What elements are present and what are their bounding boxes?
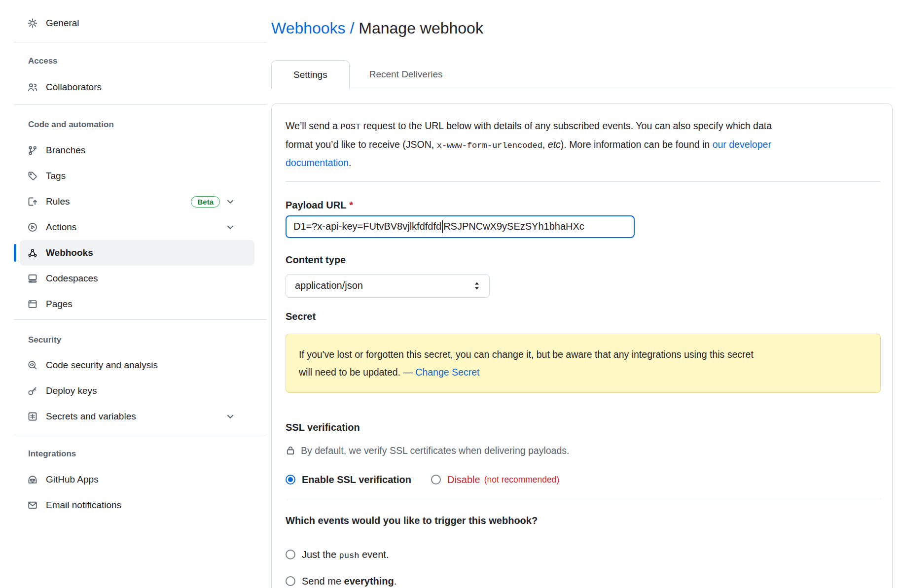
- sidebar-item-label: GitHub Apps: [46, 474, 99, 485]
- ssl-radio-group: Enable SSL verification Disable (not rec…: [286, 474, 880, 485]
- sidebar-divider: [14, 104, 267, 105]
- people-icon: [28, 82, 37, 92]
- text-caret: [442, 220, 443, 233]
- sidebar-item-secrets-variables[interactable]: Secrets and variables: [20, 404, 254, 429]
- sidebar-item-collaborators[interactable]: Collaborators: [20, 74, 254, 100]
- urlencoded-code: x-www-form-urlencoded: [437, 141, 542, 150]
- sidebar-item-github-apps[interactable]: GitHub Apps: [20, 467, 254, 492]
- sidebar-item-actions[interactable]: Actions: [20, 214, 254, 240]
- section-divider: [286, 499, 880, 499]
- intro-text: We’ll send a POST request to the URL bel…: [286, 117, 880, 172]
- sidebar-item-label: Email notifications: [46, 500, 121, 511]
- main-content: Webhooks / Manage webhook Settings Recen…: [271, 0, 896, 588]
- payload-url-label: Payload URL*: [286, 200, 880, 210]
- page-title-text: Manage webhook: [354, 19, 483, 37]
- just-push-radio[interactable]: [286, 550, 295, 559]
- ssl-note: By default, we verify SSL certificates w…: [286, 445, 880, 456]
- enable-ssl-label[interactable]: Enable SSL verification: [302, 474, 411, 485]
- tab-settings[interactable]: Settings: [271, 60, 350, 89]
- sidebar-item-label: Collaborators: [46, 82, 102, 93]
- sidebar-item-pages[interactable]: Pages: [20, 291, 254, 317]
- send-everything-label[interactable]: Send me everything.: [302, 576, 396, 587]
- sidebar-item-label: Deploy keys: [46, 385, 97, 396]
- chevron-down-icon[interactable]: [226, 412, 235, 421]
- sidebar-item-codespaces[interactable]: Codespaces: [20, 266, 254, 291]
- sidebar-item-label: Tags: [46, 171, 66, 181]
- content-type-select[interactable]: application/json: [286, 274, 490, 298]
- chevron-down-icon[interactable]: [226, 197, 235, 206]
- sidebar-item-webhooks[interactable]: Webhooks: [20, 240, 254, 266]
- codespaces-icon: [28, 274, 37, 283]
- tabnav: Settings Recent Deliveries: [271, 60, 896, 89]
- sidebar-item-label: Pages: [46, 299, 72, 310]
- key-icon: [28, 386, 37, 396]
- updown-arrows-icon: [473, 281, 480, 290]
- sidebar-item-general[interactable]: General: [20, 10, 254, 36]
- sidebar-item-label: Webhooks: [46, 247, 93, 258]
- tab-recent-deliveries[interactable]: Recent Deliveries: [350, 60, 463, 89]
- disable-ssl-label[interactable]: Disable: [447, 474, 480, 485]
- mail-icon: [28, 500, 37, 510]
- browser-icon: [28, 299, 37, 309]
- sidebar-item-tags[interactable]: Tags: [20, 163, 254, 189]
- send-everything-radio[interactable]: [286, 576, 295, 586]
- sidebar-item-rules[interactable]: Rules Beta: [20, 189, 254, 214]
- post-code: POST: [340, 122, 360, 132]
- secret-warning-box: If you've lost or forgotten this secret,…: [286, 334, 881, 393]
- asterisk-box-icon: [28, 412, 37, 421]
- code-scan-icon: [28, 360, 37, 370]
- settings-sidebar: General Access Collaborators Code and au…: [0, 0, 266, 518]
- sidebar-divider: [14, 319, 267, 320]
- enable-ssl-radio[interactable]: [286, 475, 295, 484]
- sidebar-item-label: Secrets and variables: [46, 411, 136, 422]
- payload-url-value-after-caret: RSJPNCwX9ySEzSYh1bhaHXc: [443, 221, 584, 232]
- content-type-label: Content type: [286, 254, 880, 265]
- sidebar-item-email-notifications[interactable]: Email notifications: [20, 492, 254, 518]
- beta-badge: Beta: [191, 196, 220, 208]
- hubot-icon: [28, 475, 37, 484]
- git-branch-icon: [28, 145, 37, 155]
- chevron-down-icon[interactable]: [226, 223, 235, 232]
- gear-icon: [28, 18, 37, 28]
- content-type-selected-value: application/json: [295, 280, 363, 291]
- sidebar-item-deploy-keys[interactable]: Deploy keys: [20, 378, 254, 404]
- sidebar-divider: [14, 42, 267, 42]
- disable-ssl-radio[interactable]: [431, 475, 441, 484]
- just-push-label[interactable]: Just the push event.: [302, 549, 389, 560]
- sidebar-item-label: Code security and analysis: [46, 360, 158, 371]
- developer-documentation-link[interactable]: our developer: [713, 139, 771, 150]
- sidebar-item-code-security[interactable]: Code security and analysis: [20, 352, 254, 378]
- events-heading: Which events would you like to trigger t…: [286, 515, 880, 526]
- play-icon: [28, 222, 37, 232]
- sidebar-section-access: Access: [13, 55, 266, 68]
- developer-documentation-link[interactable]: documentation: [286, 157, 349, 168]
- sidebar-item-label: Codespaces: [46, 273, 98, 284]
- events-option-everything: Send me everything.: [286, 576, 880, 587]
- sidebar-section-code-automation: Code and automation: [13, 118, 266, 131]
- lock-icon: [286, 446, 295, 455]
- disable-ssl-note: (not recommended): [484, 475, 560, 485]
- push-code: push: [339, 551, 360, 560]
- rules-icon: [28, 197, 37, 207]
- change-secret-link[interactable]: Change Secret: [415, 367, 479, 378]
- payload-url-value-before-caret: D1=?x-api-key=FUtvBV8vjlkfdfdfd: [293, 221, 441, 232]
- sidebar-item-label: Actions: [46, 222, 76, 233]
- sidebar-item-label: Rules: [46, 196, 70, 207]
- sidebar-item-branches[interactable]: Branches: [20, 138, 254, 163]
- sidebar-item-label: General: [46, 18, 79, 29]
- page-title: Webhooks / Manage webhook: [271, 17, 896, 39]
- webhook-icon: [28, 248, 37, 258]
- tag-icon: [28, 171, 37, 181]
- breadcrumb-webhooks-link[interactable]: Webhooks /: [271, 19, 354, 37]
- sidebar-divider: [14, 434, 267, 434]
- sidebar-item-label: Branches: [46, 145, 85, 156]
- ssl-verification-heading: SSL verification: [286, 422, 880, 433]
- events-option-push: Just the push event.: [286, 549, 880, 560]
- payload-url-input[interactable]: D1=?x-api-key=FUtvBV8vjlkfdfdfdRSJPNCwX9…: [286, 215, 635, 238]
- webhook-settings-panel: We’ll send a POST request to the URL bel…: [271, 103, 893, 588]
- secret-label: Secret: [286, 311, 880, 322]
- required-asterisk: *: [349, 200, 353, 210]
- sidebar-section-integrations: Integrations: [13, 448, 266, 460]
- section-divider: [286, 181, 880, 182]
- sidebar-section-security: Security: [13, 334, 266, 346]
